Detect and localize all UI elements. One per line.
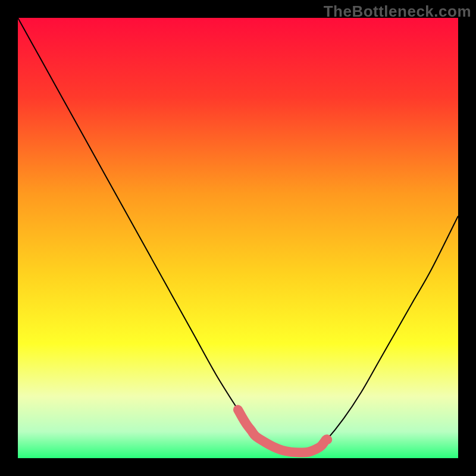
gradient-background [18, 18, 458, 458]
plot-svg [18, 18, 458, 458]
plot-area [18, 18, 458, 458]
chart-canvas: TheBottleneck.com [0, 0, 476, 476]
